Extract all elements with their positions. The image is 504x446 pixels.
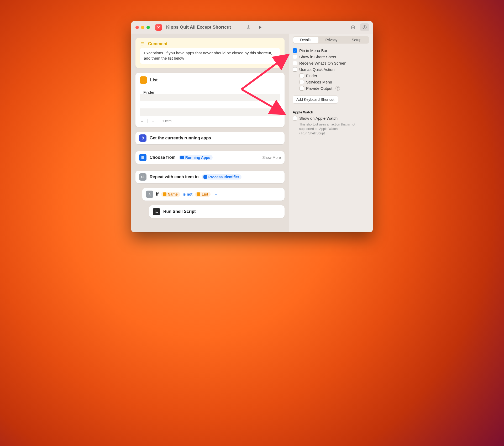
details-sidebar: Details Privacy Setup ✓ Pin in Menu Bar … bbox=[289, 34, 373, 232]
tab-privacy[interactable]: Privacy bbox=[319, 36, 344, 44]
run-shell-script-action[interactable]: Run Shell Script bbox=[149, 205, 285, 218]
checkbox-icon: ✓ bbox=[293, 48, 297, 53]
show-on-watch-checkbox[interactable]: Show on Apple Watch bbox=[293, 116, 369, 120]
name-variable-token[interactable]: Name bbox=[161, 192, 180, 197]
if-operator[interactable]: is not bbox=[183, 192, 192, 196]
quick-action-checkbox[interactable]: Use as Quick Action bbox=[293, 67, 369, 72]
list-action[interactable]: List Finder ＋ － 1 item bbox=[135, 73, 285, 127]
library-icon bbox=[351, 25, 355, 30]
workflow-editor: Comment Exceptions. If you have apps tha… bbox=[131, 34, 289, 232]
svg-point-2 bbox=[364, 26, 365, 27]
window-title: Kipps Quit All Except Shortcut bbox=[166, 25, 231, 30]
help-icon[interactable]: ? bbox=[335, 86, 340, 91]
shortcut-app-icon: ✕ bbox=[155, 24, 162, 31]
apple-watch-heading: Apple Watch bbox=[293, 110, 369, 114]
sidebar-segmented-control[interactable]: Details Privacy Setup bbox=[293, 36, 369, 44]
svg-point-3 bbox=[142, 78, 142, 79]
info-button[interactable] bbox=[360, 23, 369, 31]
checkbox-icon bbox=[293, 61, 297, 65]
if-action[interactable]: If Name is not List ＋ bbox=[142, 188, 285, 201]
comment-text[interactable]: Exceptions. If you have apps that never … bbox=[140, 48, 280, 64]
checkbox-icon bbox=[300, 86, 304, 91]
share-sheet-checkbox[interactable]: Show in Share Sheet bbox=[293, 55, 369, 59]
tab-details[interactable]: Details bbox=[293, 37, 318, 43]
process-id-token[interactable]: Process Identifier bbox=[202, 174, 242, 180]
qa-finder-checkbox[interactable]: Finder bbox=[300, 74, 369, 78]
svg-point-4 bbox=[142, 80, 142, 80]
get-running-apps-label: Get the currently running apps bbox=[150, 136, 211, 140]
receive-screen-checkbox[interactable]: Receive What's On Screen bbox=[293, 61, 369, 65]
titlebar: ✕ Kipps Quit All Except Shortcut bbox=[131, 21, 373, 34]
running-apps-token[interactable]: Running Apps bbox=[179, 155, 213, 160]
checkbox-icon bbox=[293, 55, 297, 59]
run-shell-script-label: Run Shell Script bbox=[163, 209, 196, 214]
list-item[interactable]: Finder bbox=[143, 89, 277, 95]
minimize-icon[interactable] bbox=[141, 26, 144, 29]
share-button[interactable] bbox=[244, 23, 253, 31]
choose-from-prefix: Choose from bbox=[150, 155, 176, 160]
svg-point-5 bbox=[142, 81, 142, 81]
svg-point-6 bbox=[142, 137, 144, 139]
info-icon bbox=[362, 25, 367, 30]
comment-label: Comment bbox=[148, 41, 167, 46]
run-button[interactable] bbox=[256, 23, 265, 31]
add-condition-button[interactable]: ＋ bbox=[213, 191, 219, 197]
connector-line bbox=[210, 146, 210, 150]
list-variable-token[interactable]: List bbox=[195, 192, 211, 197]
branch-icon bbox=[146, 191, 153, 198]
choose-icon bbox=[139, 154, 146, 161]
list-label: List bbox=[150, 78, 158, 82]
choose-from-list-action[interactable]: Choose from Running Apps Show More bbox=[135, 151, 285, 164]
list-add-button[interactable]: ＋ bbox=[140, 119, 144, 123]
qa-output-checkbox[interactable]: Provide Output ? bbox=[300, 86, 369, 91]
toggle-library-button[interactable] bbox=[349, 23, 358, 31]
qa-services-checkbox[interactable]: Services Menu bbox=[300, 80, 369, 84]
close-icon[interactable] bbox=[135, 26, 139, 29]
checkbox-icon bbox=[293, 116, 297, 120]
list-remove-button[interactable]: － bbox=[151, 119, 156, 123]
apps-icon bbox=[139, 134, 146, 142]
pin-menu-bar-checkbox[interactable]: ✓ Pin in Menu Bar bbox=[293, 48, 369, 53]
shortcuts-editor-window: ✕ Kipps Quit All Except Shortcut Comment bbox=[131, 21, 373, 232]
repeat-action[interactable]: Repeat with each item in Process Identif… bbox=[135, 171, 285, 183]
comment-action[interactable]: Comment Exceptions. If you have apps tha… bbox=[135, 38, 285, 68]
terminal-icon bbox=[153, 208, 160, 215]
add-keyboard-shortcut-button[interactable]: Add Keyboard Shortcut bbox=[293, 96, 338, 103]
if-prefix: If bbox=[156, 192, 159, 197]
comment-icon bbox=[140, 41, 145, 46]
repeat-prefix: Repeat with each item in bbox=[150, 175, 199, 179]
checkbox-icon bbox=[300, 74, 304, 78]
show-more-button[interactable]: Show More bbox=[262, 155, 281, 160]
repeat-icon bbox=[139, 173, 146, 181]
list-icon bbox=[140, 76, 147, 84]
play-icon bbox=[258, 25, 262, 30]
share-icon bbox=[246, 25, 251, 30]
checkbox-icon bbox=[300, 80, 304, 84]
watch-unsupported-hint: This shortcut uses an action that is not… bbox=[299, 122, 369, 136]
tab-setup[interactable]: Setup bbox=[344, 36, 369, 44]
zoom-icon[interactable] bbox=[146, 26, 150, 29]
traffic-lights bbox=[135, 26, 150, 29]
connector-line bbox=[210, 165, 210, 169]
checkbox-icon bbox=[293, 67, 297, 72]
list-count: 1 item bbox=[162, 119, 171, 123]
get-running-apps-action[interactable]: Get the currently running apps bbox=[135, 132, 285, 144]
list-footer: ＋ － 1 item bbox=[140, 117, 280, 123]
list-contents[interactable]: Finder bbox=[140, 86, 280, 117]
